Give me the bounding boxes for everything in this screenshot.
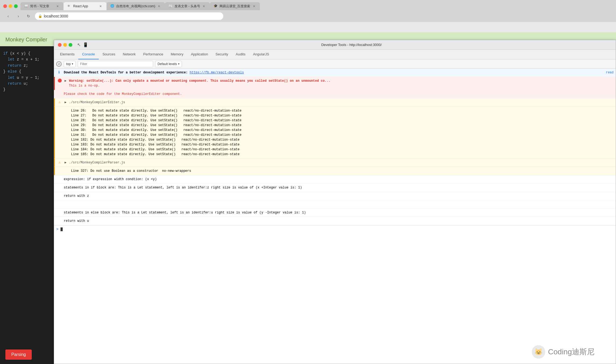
app-title: Monkey Compiler (5, 37, 47, 42)
tab-title-wangyi: 网易云课堂_百度搜索 (220, 4, 250, 9)
tab-angularjs[interactable]: AngularJS (249, 50, 273, 59)
code-line-6: return u; (3, 81, 51, 87)
console-output-return-u: return with u (54, 217, 616, 225)
error-text-noop: This is a no-op. (65, 84, 100, 88)
browser-tab-toutiao[interactable]: 📰 发表文章 - 头条号 × (165, 2, 210, 10)
browser-tab-jiansh[interactable]: 📖 简书 - 写文章 × (20, 2, 63, 10)
console-warning-lines: Line 26: Do not mutate state directly. U… (54, 107, 616, 159)
code-line-1: if (x < y) { (3, 51, 51, 56)
browser-tab-cctv[interactable]: 🌐 自然传奇_央视网(cctv.com) × (107, 2, 165, 10)
info-icon: ℹ (57, 70, 61, 75)
tab-audits[interactable]: Audits (232, 50, 249, 59)
parsing-button[interactable]: Parsing (5, 349, 32, 360)
browser-tab-wangyi[interactable]: 🎓 网易云课堂_百度搜索 × (210, 2, 260, 10)
warning-line-183: Line 183: Do not mutate state directly. … (71, 142, 614, 147)
watermark-text: Coding迪斯尼 (548, 347, 594, 357)
devtools-close-button[interactable] (58, 43, 62, 47)
console-prompt: > (56, 227, 58, 231)
log-levels-selector[interactable]: Default levels ▾ (155, 61, 182, 67)
devtools-maximize-button[interactable] (69, 43, 72, 47)
editer-file-link[interactable]: ./src/MonkeyCompilerEditer.js (69, 101, 125, 104)
console-output-else-block: statements in else block are: This is a … (54, 209, 616, 217)
devtools-minimize-button[interactable] (63, 43, 67, 47)
tab-favicon-toutiao: 📰 (169, 4, 173, 8)
console-cursor (61, 227, 63, 231)
read-more-text: read (606, 70, 614, 75)
tab-elements[interactable]: Elements (56, 50, 78, 59)
warning-line-28: Line 28: Do not mutate state directly. U… (71, 118, 614, 123)
tab-network[interactable]: Network (119, 50, 140, 59)
back-button[interactable]: ‹ (4, 12, 12, 20)
maximize-traffic-light[interactable] (14, 4, 18, 8)
tab-close-cctv[interactable]: × (157, 4, 161, 8)
chevron-down-icon-levels: ▾ (178, 62, 179, 65)
context-selector[interactable]: top ▾ (64, 61, 76, 67)
code-editor: if (x < y) { let z = x + 1; return z; } … (0, 46, 54, 364)
tab-title-jianshu: 简书 - 写文章 (30, 4, 54, 9)
tab-memory[interactable]: Memory (167, 50, 187, 59)
tab-title-toutiao: 发表文章 - 头条号 (175, 4, 200, 9)
warning-line-27: Line 27: Do not mutate state directly. U… (71, 113, 614, 118)
tab-favicon-cctv: 🌐 (110, 4, 115, 8)
tab-title-react: React App (73, 4, 97, 8)
lock-icon: 🔒 (38, 14, 42, 18)
tab-close-jianshu[interactable]: × (55, 4, 60, 8)
console-msg-editer-warning: ⚠ ▶ ./src/MonkeyCompilerEditer.js (54, 98, 616, 107)
tab-console[interactable]: Console (78, 50, 99, 59)
tab-performance[interactable]: Performance (139, 50, 167, 59)
code-line-4: } else { (3, 69, 51, 74)
devtools-device-icon[interactable]: 📱 (83, 42, 88, 47)
tab-application[interactable]: Application (187, 50, 212, 59)
console-msg-devtools: ℹ Download the React DevTools for a bett… (54, 69, 616, 77)
code-line-2: let z = x + 1; (3, 56, 51, 62)
code-line-3: return z; (3, 63, 51, 69)
devtools-pointer-icon[interactable]: ↖ (77, 42, 81, 47)
tab-favicon-wangyi: 🎓 (214, 4, 218, 8)
console-output-blank (54, 200, 616, 209)
watermark: 😺 Coding迪斯尼 (532, 345, 594, 359)
watermark-logo-icon: 😺 (534, 348, 543, 356)
address-bar[interactable]: 🔒 localhost:3000 (35, 12, 223, 20)
tab-close-wangyi[interactable]: × (252, 4, 256, 8)
devtools-title: Developer Tools - http://localhost:3000/ (91, 43, 612, 47)
tab-favicon-jianshu: 📖 (24, 4, 29, 8)
tab-favicon-react: ⚛ (67, 4, 72, 8)
devtools-download-text: Download the React DevTools for a better… (64, 71, 190, 74)
warning-icon-1: ⚠ (58, 100, 62, 105)
close-traffic-light[interactable] (3, 4, 7, 8)
console-messages-area: ℹ Download the React DevTools for a bett… (54, 69, 616, 364)
refresh-button[interactable]: ↻ (25, 12, 32, 20)
console-msg-setstate-error: 🔴 ▶ Warning: setState(...): Can only upd… (54, 77, 616, 90)
warning-line-182: Line 182: Do not mutate state directly. … (71, 137, 614, 142)
react-devtools-link[interactable]: https://fb.me/react-devtools (190, 71, 244, 74)
minimize-traffic-light[interactable] (9, 4, 12, 8)
tab-sources[interactable]: Sources (99, 50, 119, 59)
expand-icon[interactable]: ▶ (65, 79, 66, 83)
console-output-return-z: return with z (54, 192, 616, 200)
tab-security[interactable]: Security (212, 50, 232, 59)
forward-button[interactable]: › (15, 12, 22, 20)
please-check-text: Please check the code for the MonkeyComp… (64, 92, 182, 96)
code-line-7: } (3, 87, 51, 92)
console-output-if-block: statements in if block are: This is a Le… (54, 184, 616, 192)
error-icon: 🔴 (58, 79, 62, 83)
expand-editer-icon[interactable]: ▶ (65, 101, 66, 104)
parser-file-link[interactable]: ./src/MonkeyCompilerParser.js (69, 161, 125, 165)
code-line-5: let u = y − 1; (3, 75, 51, 81)
browser-tab-react[interactable]: ⚛ React App × (63, 2, 107, 10)
console-msg-parser-warning: ⚠ ▶ ./src/MonkeyCompilerParser.js (54, 159, 616, 167)
expand-parser-icon[interactable]: ▶ (65, 161, 66, 165)
console-filter-input[interactable] (78, 61, 153, 67)
chevron-down-icon: ▾ (72, 62, 73, 65)
warning-line-185: Line 185: Do not mutate state directly. … (71, 152, 614, 157)
console-input-row[interactable]: > (54, 225, 616, 233)
clear-console-button[interactable]: ⊘ (56, 61, 62, 67)
tab-close-react[interactable]: × (98, 4, 103, 8)
warning-line-29: Line 29: Do not mutate state directly. U… (71, 123, 614, 128)
warning-line-31: Line 31: Do not mutate state directly. U… (71, 133, 614, 137)
tab-close-toutiao[interactable]: × (202, 4, 206, 8)
warning-icon-2: ⚠ (58, 160, 62, 165)
devtools-panel: ↖ 📱 Developer Tools - http://localhost:3… (54, 40, 616, 364)
warning-line-184: Line 184: Do not mutate state directly. … (71, 147, 614, 152)
warning-line-30: Line 30: Do not mutate state directly. U… (71, 128, 614, 133)
